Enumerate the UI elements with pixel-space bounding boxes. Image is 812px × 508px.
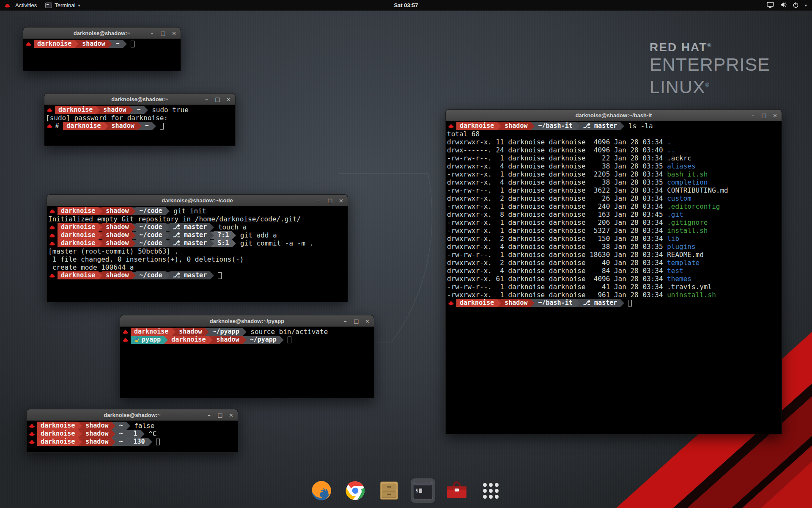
root-prompt-marker: # [55,122,63,130]
titlebar[interactable]: darknoise@shadow:~/pyapp – □ × [120,315,374,327]
ls-entry-name: bash_it.sh [667,170,708,178]
ls-entry-details: drwxrwxr-x. 2 darknoise darknoise 150 Ja… [447,235,667,243]
redhat-icon [49,225,55,230]
terminal-content[interactable]: darknoiseshadow~ sudo true[sudo] passwor… [44,105,235,131]
prompt-segment-user: darknoise [37,438,78,446]
terminal-cursor [628,300,632,306]
ls-entry: drwx------. 24 darknoise darknoise 4096 … [447,146,780,154]
prompt-segment-status: ?:1 [214,231,232,239]
prompt-segment-user: darknoise [58,239,99,247]
terminal-window-code[interactable]: darknoise@shadow:~/code – □ × darknoises… [47,194,348,302]
redhat-icon [122,337,129,342]
terminal-window-pyapp[interactable]: darknoise@shadow:~/pyapp – □ × darknoise… [120,315,374,398]
minimize-button[interactable]: – [343,318,348,324]
ls-entry-details: drwxrwxr-x. 61 darknoise darknoise 4096 … [447,275,667,283]
prompt-segment-user: darknoise [58,231,99,239]
powerline-separator-icon [164,336,168,344]
brand-line-enterprise: ENTERPRISE [650,54,770,75]
powerline-separator-icon [172,328,176,336]
prompt-segment-host: shadow [82,422,112,430]
terminal-content[interactable]: darknoiseshadow~/bash-it⎇ master ls -lat… [446,121,782,308]
close-button[interactable]: × [226,97,231,102]
redhat-icon [122,329,129,334]
powerline-separator-icon [166,240,170,247]
terminal-window-home-1[interactable]: darknoise@shadow:~ – □ × darknoiseshadow… [23,27,181,71]
maximize-button[interactable]: □ [160,30,166,36]
terminal-window-bash-it[interactable]: darknoise@shadow:~/bash-it – □ × darknoi… [445,109,782,434]
powerline-separator-icon [166,272,170,279]
redhat-icon [49,209,55,214]
ls-entry-details: -rw-rw-r--. 1 darknoise darknoise 3622 J… [447,186,667,194]
ls-entry-name: test [667,267,683,275]
dock-item-chrome[interactable] [343,478,368,503]
minimize-button[interactable]: – [206,412,212,418]
maximize-button[interactable]: □ [217,412,223,418]
terminal-window-sudo[interactable]: darknoise@shadow:~ – □ × darknoiseshadow… [44,93,236,146]
toolbox-icon [446,481,467,500]
system-status-area[interactable]: ▾ [767,1,812,9]
powerline-separator-icon [232,240,236,247]
dock-item-show-applications[interactable] [478,478,503,503]
dock-item-firefox[interactable] [309,478,334,503]
terminal-window-home-2[interactable]: darknoise@shadow:~ – □ × darknoiseshadow… [26,409,238,453]
terminal-cursor [218,272,222,279]
powerline-separator-icon [209,336,213,344]
close-button[interactable]: × [365,318,370,324]
ls-entry: drwxrwxr-x. 2 darknoise darknoise 26 Jan… [447,194,780,202]
prompt-segment-host: shadow [176,328,205,336]
app-menu-label: Terminal [55,2,75,8]
minimize-button[interactable]: – [750,113,756,118]
minimize-button[interactable]: – [316,198,322,203]
ls-entry-name: template [667,259,700,267]
titlebar[interactable]: darknoise@shadow:~/bash-it – □ × [446,110,782,121]
powerline-separator-icon [138,122,142,130]
app-menu-terminal[interactable]: Terminal ▾ [45,2,80,8]
output-line: [sudo] password for darknoise: [46,114,234,122]
close-button[interactable]: × [772,113,778,118]
dock-item-toolbox[interactable] [444,478,469,503]
dock-item-terminal[interactable]: $ [411,478,435,503]
minimize-button[interactable]: – [149,30,155,36]
prompt-segment-host: shadow [108,122,138,130]
ls-entry: drwxrwxr-x. 4 darknoise darknoise 84 Jan… [447,267,780,275]
ls-entry-name: README.md [667,251,704,259]
dock: $ [0,478,812,503]
terminal-content[interactable]: darknoiseshadow~/pyapp source bin/activa… [120,327,374,345]
maximize-button[interactable]: □ [327,198,333,203]
close-button[interactable]: × [171,30,177,36]
prompt-segment-host: shadow [102,271,132,279]
maximize-button[interactable]: □ [354,318,359,324]
prompt-segment-user: darknoise [456,122,497,130]
titlebar[interactable]: darknoise@shadow:~ – □ × [23,28,181,39]
volume-icon [780,1,787,9]
terminal-content[interactable]: darknoiseshadow~ [23,39,181,49]
terminal-content[interactable]: darknoiseshadow~/code git initInitialize… [47,206,348,280]
chevron-down-icon: ▾ [805,3,807,8]
output-line: Initialized empty Git repository in /hom… [48,215,346,223]
titlebar[interactable]: darknoise@shadow:~/code – □ × [47,195,348,206]
titlebar[interactable]: darknoise@shadow:~ – □ × [44,94,235,105]
titlebar[interactable]: darknoise@shadow:~ – □ × [27,409,238,421]
ls-entry: drwxrwxr-x. 11 darknoise darknoise 4096 … [447,138,780,146]
powerline-separator-icon [620,122,624,130]
powerline-separator-icon [99,232,102,239]
firefox-icon [310,480,332,502]
svg-text:$: $ [415,488,418,494]
redhat-icon [25,41,32,47]
prompt-line: pyappdarknoiseshadow~/pyapp [121,336,373,344]
ls-entry-details: drwxrwxr-x. 4 darknoise darknoise 38 Jan… [447,162,667,170]
dock-item-files[interactable] [377,478,401,503]
close-button[interactable]: × [338,198,344,203]
display-icon [767,2,774,9]
activities-button[interactable]: Activities [3,2,37,8]
maximize-button[interactable]: □ [215,97,220,102]
ls-entry-name: .gitignore [667,218,708,226]
maximize-button[interactable]: □ [761,113,767,118]
powerline-separator-icon [576,299,580,307]
terminal-content[interactable]: darknoiseshadow~ falsedarknoiseshadow~1 … [27,421,238,447]
minimize-button[interactable]: – [204,97,209,102]
ls-entry-details: -rw-rw-r--. 1 darknoise darknoise 41 Jan… [447,283,667,291]
close-button[interactable]: × [228,412,234,418]
clock[interactable]: Sat 03:57 [394,2,418,8]
powerline-separator-icon [132,224,136,231]
